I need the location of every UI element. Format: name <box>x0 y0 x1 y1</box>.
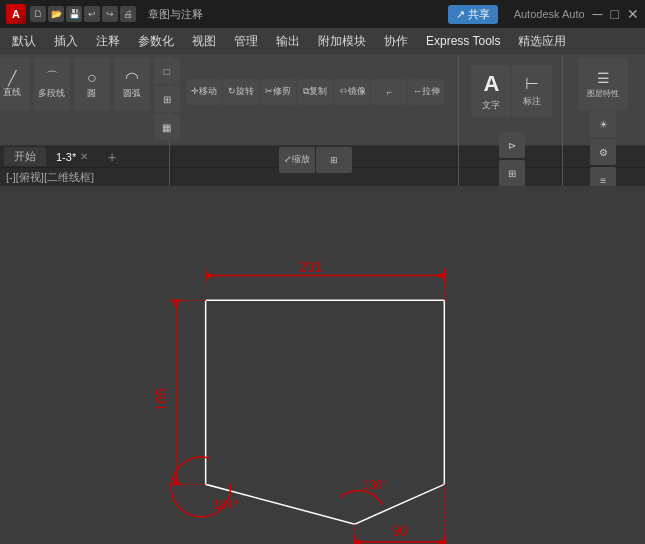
ribbon: ╱ 直线 ⌒ 多段线 ○ 圆 <box>0 54 645 146</box>
menu-output[interactable]: 输出 <box>268 30 308 53</box>
tab-drawing[interactable]: 1-3* ✕ <box>46 149 98 165</box>
menu-insert[interactable]: 插入 <box>46 30 86 53</box>
menu-addons[interactable]: 附加模块 <box>310 30 374 53</box>
dimension-icon: ⊢ <box>525 74 539 93</box>
tab-start-label: 开始 <box>14 149 36 164</box>
polyline-button[interactable]: ⌒ 多段线 <box>34 58 70 110</box>
multileader-button[interactable]: ⊳ <box>499 132 525 158</box>
line-button[interactable]: ╱ 直线 <box>0 58 30 110</box>
print-icon[interactable]: 🖨 <box>120 6 136 22</box>
app-icon[interactable]: A <box>6 4 26 24</box>
title-bar: A 🗋 📂 💾 ↩ ↪ 🖨 章图与注释 ↗ 共享 Autodesk Auto ─… <box>0 0 645 28</box>
layer-btn2[interactable]: ⚙ <box>590 139 616 165</box>
modify-tools: ✛移动 ↻旋转 ✂修剪 ⧉复制 ⇔镜像 ⌐ ↔拉伸 ⤢缩放 ⊞ <box>178 58 452 193</box>
tab-add-button[interactable]: + <box>102 149 122 165</box>
canvas-area[interactable]: 201 105 90 184° 136° <box>0 186 645 544</box>
menu-express-tools[interactable]: Express Tools <box>418 31 508 51</box>
workspace-title: 章图与注释 <box>148 7 203 22</box>
title-bar-left: A 🗋 📂 💾 ↩ ↪ 🖨 章图与注释 <box>6 4 203 24</box>
text-label: 文字 <box>482 99 500 112</box>
draw-tools: ╱ 直线 ⌒ 多段线 ○ 圆 <box>0 58 180 140</box>
close-button[interactable]: ✕ <box>627 6 639 22</box>
circle-label: 圆 <box>87 87 96 100</box>
fillet-button[interactable]: ⌐ <box>371 79 407 105</box>
copy-button[interactable]: ⧉复制 <box>297 79 333 105</box>
annotate-extra: ⊳ ⊞ <box>499 132 525 186</box>
tab-close-icon[interactable]: ✕ <box>80 151 88 162</box>
rotate-button[interactable]: ↻旋转 <box>223 79 259 105</box>
drawing-canvas: 201 105 90 184° 136° <box>0 186 645 544</box>
layer-tools: ☰ 图层特性 ☀ ⚙ ≡ <box>571 58 635 193</box>
redo-icon[interactable]: ↪ <box>102 6 118 22</box>
share-button[interactable]: ↗ 共享 <box>448 5 498 24</box>
share-icon: ↗ <box>456 8 465 21</box>
menu-parametric[interactable]: 参数化 <box>130 30 182 53</box>
move-button[interactable]: ✛移动 <box>186 79 222 105</box>
open-icon[interactable]: 📂 <box>48 6 64 22</box>
maximize-button[interactable]: □ <box>611 6 619 22</box>
layer-btn1[interactable]: ☀ <box>590 111 616 137</box>
layer-label: 图层特性 <box>587 88 619 99</box>
svg-rect-0 <box>2 186 643 544</box>
tab-drawing-label: 1-3* <box>56 151 76 163</box>
stretch-button[interactable]: ↔拉伸 <box>408 79 444 105</box>
draw-col-4: ◠ 圆弧 <box>114 58 150 110</box>
table-button[interactable]: ⊞ <box>499 160 525 186</box>
draw-col-2: ⌒ 多段线 <box>34 58 70 110</box>
polyline-label: 多段线 <box>38 87 65 100</box>
circle-button[interactable]: ○ 圆 <box>74 58 110 110</box>
menu-bar: 默认 插入 注释 参数化 视图 管理 输出 附加模块 协作 Express To… <box>0 28 645 54</box>
svg-text:105: 105 <box>153 388 169 411</box>
dimension-button[interactable]: ⊢ 标注 <box>512 65 552 117</box>
quick-access-toolbar: 🗋 📂 💾 ↩ ↪ 🖨 <box>30 6 136 22</box>
text-icon: A <box>483 71 499 97</box>
scale-button[interactable]: ⤢缩放 <box>279 147 315 173</box>
text-button[interactable]: A 文字 <box>471 65 511 117</box>
new-icon[interactable]: 🗋 <box>30 6 46 22</box>
svg-text:201: 201 <box>298 259 321 275</box>
mirror-button[interactable]: ⇔镜像 <box>334 79 370 105</box>
layer-properties-button[interactable]: ☰ 图层特性 <box>578 58 628 110</box>
line-label: 直线 <box>3 86 21 99</box>
line-icon: ╱ <box>8 70 16 86</box>
menu-annotate[interactable]: 注释 <box>88 30 128 53</box>
menu-view[interactable]: 视图 <box>184 30 224 53</box>
draw-col-1: ╱ 直线 <box>0 58 30 110</box>
array-button[interactable]: ⊞ <box>316 147 352 173</box>
menu-default[interactable]: 默认 <box>4 30 44 53</box>
menu-collaborate[interactable]: 协作 <box>376 30 416 53</box>
app-name-label: Autodesk Auto <box>514 8 585 20</box>
layer-icon: ☰ <box>597 70 610 86</box>
circle-icon: ○ <box>87 69 97 87</box>
layer-extra: ☀ ⚙ ≡ <box>590 111 616 193</box>
menu-featured[interactable]: 精选应用 <box>510 30 574 53</box>
breadcrumb-text: [-][俯视][二维线框] <box>6 171 94 183</box>
menu-manage[interactable]: 管理 <box>226 30 266 53</box>
arc-icon: ◠ <box>125 68 139 87</box>
minimize-button[interactable]: ─ <box>593 6 603 22</box>
draw-col-3: ○ 圆 <box>74 58 110 110</box>
arc-button[interactable]: ◠ 圆弧 <box>114 58 150 110</box>
annotate-tools: A 文字 ⊢ 标注 ⊳ ⊞ <box>467 58 556 193</box>
save-icon[interactable]: 💾 <box>66 6 82 22</box>
trim-button[interactable]: ✂修剪 <box>260 79 296 105</box>
svg-text:136°: 136° <box>362 478 387 492</box>
svg-text:90: 90 <box>392 523 408 539</box>
dimension-label: 标注 <box>523 95 541 108</box>
undo-icon[interactable]: ↩ <box>84 6 100 22</box>
arc-label: 圆弧 <box>123 87 141 100</box>
svg-text:184°: 184° <box>213 498 238 512</box>
polyline-icon: ⌒ <box>45 69 59 87</box>
tab-start[interactable]: 开始 <box>4 147 46 166</box>
